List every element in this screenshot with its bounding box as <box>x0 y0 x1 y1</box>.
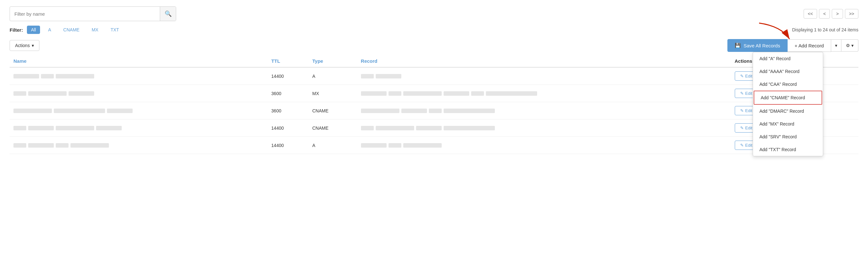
add-record-dropdown-menu: Add "A" Record Add "AAAA" Record Add "CA… <box>753 52 823 156</box>
toolbar-container: Actions ▾ 💾 Save All Records + Add Recor… <box>10 39 858 52</box>
edit-label: Edit <box>745 125 752 130</box>
record-ttl-cell: 14400 <box>268 67 308 85</box>
first-page-button[interactable]: << <box>804 9 817 19</box>
gear-caret-icon: ▾ <box>851 43 854 48</box>
prev-page-button[interactable]: < <box>819 9 830 19</box>
record-ttl-cell: 14400 <box>268 137 308 154</box>
actions-caret-icon: ▾ <box>32 43 34 48</box>
add-txt-record-item[interactable]: Add "TXT" Record <box>753 143 823 156</box>
record-value-cell <box>357 85 731 102</box>
page-container: 🔍 << < > >> Filter: All A CNAME MX TXT D… <box>0 0 868 269</box>
edit-label: Edit <box>745 91 752 96</box>
add-srv-record-item[interactable]: Add "SRV" Record <box>753 130 823 143</box>
add-a-record-item[interactable]: Add "A" Record <box>753 52 823 65</box>
record-name-cell <box>10 85 268 102</box>
filter-row: Filter: All A CNAME MX TXT Displaying 1 … <box>10 26 858 34</box>
edit-icon: ✎ <box>740 91 744 96</box>
search-button[interactable]: 🔍 <box>160 6 176 21</box>
add-record-button[interactable]: + Add Record <box>787 39 831 52</box>
add-aaaa-record-item[interactable]: Add "AAAA" Record <box>753 65 823 78</box>
save-icon: 💾 <box>735 42 741 48</box>
toolbar-right: 💾 Save All Records + Add Record ▾ ⚙ ▾ <box>727 39 858 52</box>
table-row: 14400 A ✎ Edit <box>10 67 858 85</box>
filter-left: Filter: All A CNAME MX TXT <box>10 26 123 34</box>
edit-label: Edit <box>745 143 752 148</box>
save-all-records-button[interactable]: 💾 Save All Records <box>727 39 787 52</box>
record-type-cell: A <box>308 137 357 154</box>
search-icon: 🔍 <box>165 10 172 17</box>
dropdown-caret-icon: ▾ <box>835 43 837 48</box>
filter-a-button[interactable]: A <box>44 26 55 34</box>
col-type[interactable]: Type <box>308 55 357 67</box>
record-value-cell <box>357 102 731 119</box>
record-ttl-cell: 3600 <box>268 102 308 119</box>
toolbar-row: Actions ▾ 💾 Save All Records + Add Recor… <box>10 39 858 52</box>
filter-all-button[interactable]: All <box>27 26 40 34</box>
gear-icon: ⚙ <box>846 43 850 48</box>
add-mx-record-item[interactable]: Add "MX" Record <box>753 118 823 130</box>
filter-mx-button[interactable]: MX <box>88 26 102 34</box>
col-ttl[interactable]: TTL <box>268 55 308 67</box>
table-row: 14400 CNAME ✎ Edit <box>10 119 858 137</box>
add-record-dropdown-button[interactable]: ▾ <box>831 39 841 52</box>
table-row: 14400 A ✎ Edit <box>10 137 858 154</box>
edit-icon: ✎ <box>740 125 744 130</box>
record-ttl-cell: 3600 <box>268 85 308 102</box>
table-row: 3600 MX ✎ Edi <box>10 85 858 102</box>
record-type-cell: A <box>308 67 357 85</box>
search-box: 🔍 <box>10 6 176 21</box>
search-row: 🔍 << < > >> <box>10 6 858 21</box>
last-page-button[interactable]: >> <box>845 9 858 19</box>
edit-label: Edit <box>745 108 752 113</box>
filter-txt-button[interactable]: TXT <box>106 26 123 34</box>
table-header-row: Name TTL Type Record Actions <box>10 55 858 67</box>
display-count: Displaying 1 to 24 out of 24 items <box>792 27 858 32</box>
record-type-cell: MX <box>308 85 357 102</box>
search-input[interactable] <box>10 11 160 17</box>
add-record-label: + Add Record <box>795 43 824 48</box>
edit-icon: ✎ <box>740 73 744 79</box>
record-name-cell <box>10 67 268 85</box>
record-type-cell: CNAME <box>308 102 357 119</box>
save-all-label: Save All Records <box>743 43 780 48</box>
record-value-cell <box>357 67 731 85</box>
col-record[interactable]: Record <box>357 55 731 67</box>
add-dmarc-record-item[interactable]: Add "DMARC" Record <box>753 105 823 118</box>
record-ttl-cell: 14400 <box>268 119 308 137</box>
dns-table: Name TTL Type Record Actions 14400 A <box>10 55 858 154</box>
col-name[interactable]: Name <box>10 55 268 67</box>
edit-icon: ✎ <box>740 143 744 148</box>
filter-cname-button[interactable]: CNAME <box>59 26 84 34</box>
record-name-cell <box>10 137 268 154</box>
filter-label: Filter: <box>10 27 23 33</box>
add-cname-record-item[interactable]: Add "CNAME" Record <box>754 91 822 105</box>
pagination-controls: << < > >> <box>804 9 858 19</box>
next-page-button[interactable]: > <box>832 9 843 19</box>
edit-label: Edit <box>745 73 752 79</box>
table-row: 3600 CNAME ✎ Edit <box>10 102 858 119</box>
record-type-cell: CNAME <box>308 119 357 137</box>
settings-button[interactable]: ⚙ ▾ <box>841 39 858 52</box>
edit-icon: ✎ <box>740 108 744 113</box>
record-name-cell <box>10 119 268 137</box>
record-name-cell <box>10 102 268 119</box>
add-caa-record-item[interactable]: Add "CAA" Record <box>753 78 823 91</box>
record-value-cell <box>357 137 731 154</box>
record-value-cell <box>357 119 731 137</box>
actions-label: Actions <box>15 43 30 48</box>
actions-button[interactable]: Actions ▾ <box>10 40 39 51</box>
